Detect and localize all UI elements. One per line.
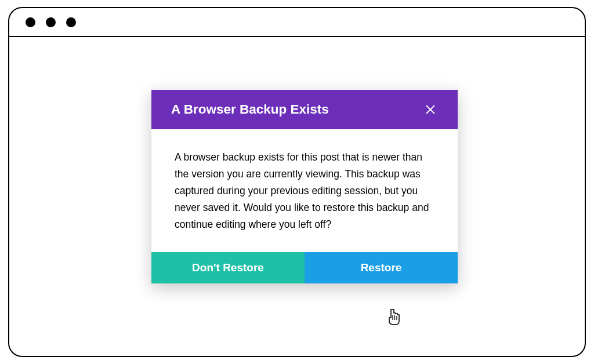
window-control-dot[interactable] [66, 17, 76, 27]
window-control-dot[interactable] [26, 17, 35, 27]
browser-titlebar [9, 8, 585, 37]
close-icon [426, 105, 435, 114]
close-button[interactable] [423, 102, 438, 117]
browser-backup-modal: A Browser Backup Exists A browser backup… [151, 90, 458, 283]
modal-footer: Don't Restore Restore [151, 252, 458, 283]
browser-window: A Browser Backup Exists A browser backup… [8, 7, 586, 357]
modal-header: A Browser Backup Exists [151, 90, 458, 129]
modal-body-text: A browser backup exists for this post th… [151, 129, 458, 252]
window-control-dot[interactable] [46, 17, 56, 27]
cursor-pointer-icon [385, 307, 403, 327]
restore-button[interactable]: Restore [305, 252, 458, 283]
modal-title: A Browser Backup Exists [171, 102, 329, 117]
dont-restore-button[interactable]: Don't Restore [151, 252, 305, 283]
